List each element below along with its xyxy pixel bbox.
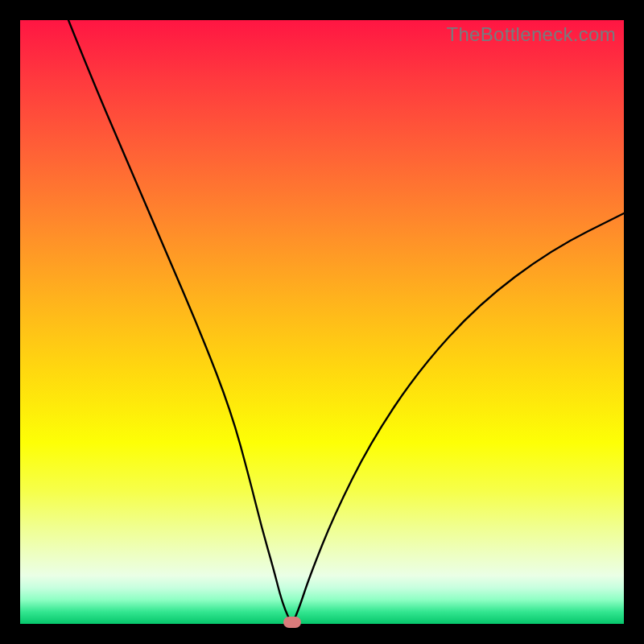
plot-area: TheBottleneck.com — [20, 20, 624, 624]
optimum-marker — [283, 617, 301, 628]
curve-path — [68, 20, 624, 621]
chart-frame: TheBottleneck.com — [0, 0, 644, 644]
bottleneck-curve — [20, 20, 624, 624]
